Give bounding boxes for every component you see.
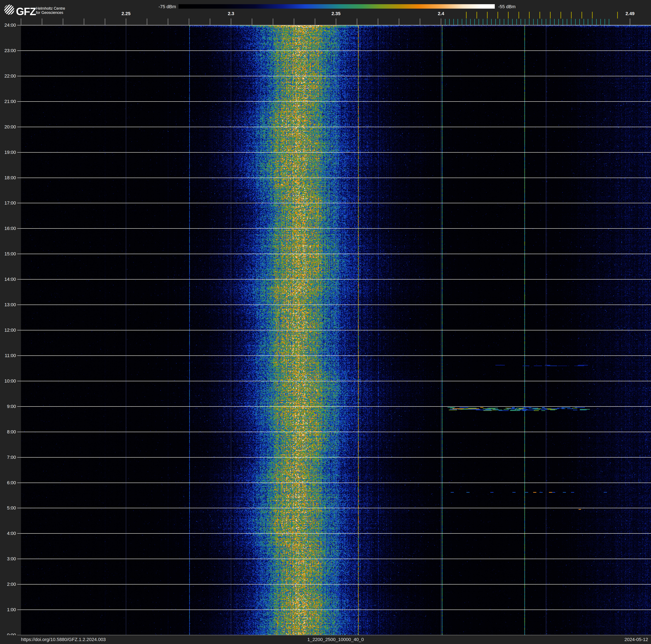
ble-channel-tick	[567, 19, 567, 25]
ble-channel-tick	[609, 19, 609, 25]
freq-minor-tick	[630, 19, 630, 25]
freq-gridline	[441, 25, 441, 635]
time-label: 15:00	[1, 251, 16, 257]
ble-channel-tick	[579, 19, 580, 25]
freq-tick-label: 2.25	[118, 11, 134, 17]
ble-channel-tick	[533, 19, 534, 25]
ble-channel-tick	[546, 19, 546, 25]
time-tick	[17, 228, 21, 229]
ble-channel-tick	[529, 19, 529, 25]
time-tick	[17, 584, 21, 585]
ble-channel-tick	[508, 19, 508, 25]
freq-tick-label: 2.4	[433, 11, 450, 17]
wifi-channel-tick	[487, 12, 488, 19]
time-label: 6:00	[1, 480, 16, 486]
spectrogram-plot	[21, 25, 651, 635]
freq-gridline	[126, 25, 126, 635]
time-label: 14:00	[1, 276, 16, 283]
time-tick	[17, 330, 21, 330]
ble-channel-tick	[466, 19, 466, 25]
wifi-channel-tick	[519, 12, 519, 19]
ble-channel-tick	[449, 19, 450, 25]
ble-channel-tick	[470, 19, 471, 25]
time-tick	[17, 406, 21, 407]
freq-tick-label: 2.35	[328, 11, 344, 17]
ble-channel-tick	[495, 19, 496, 25]
ble-channel-tick	[478, 19, 479, 25]
freq-minor-tick	[168, 19, 168, 25]
ble-channel-tick	[512, 19, 513, 25]
time-label: 3:00	[1, 556, 16, 562]
time-label: 20:00	[1, 124, 16, 130]
ble-channel-tick	[517, 19, 517, 25]
wifi-channel-tick	[476, 12, 477, 19]
wifi-channel-tick	[529, 12, 530, 19]
time-label: 24:00	[1, 22, 16, 28]
ble-channel-tick	[588, 19, 588, 25]
freq-minor-tick	[189, 19, 189, 25]
ble-channel-tick	[596, 19, 597, 25]
ble-channel-tick	[500, 19, 500, 25]
ble-channel-tick	[525, 19, 525, 25]
time-label: 9:00	[1, 403, 16, 410]
freq-minor-tick	[315, 19, 315, 25]
time-label: 13:00	[1, 302, 16, 308]
frequency-axis: 2.252.32.352.42.49	[0, 0, 651, 25]
ble-channel-tick	[592, 19, 592, 25]
freq-minor-tick	[399, 19, 399, 25]
time-tick	[17, 559, 21, 559]
ble-channel-tick	[537, 19, 538, 25]
freq-minor-tick	[273, 19, 273, 25]
time-label: 19:00	[1, 149, 16, 155]
freq-gridline	[231, 25, 231, 635]
doi-link: https://doi.org/10.5880/GFZ.1.2.2024.003	[21, 637, 106, 642]
freq-gridline	[336, 25, 336, 635]
wifi-channel-tick	[466, 12, 467, 19]
ble-channel-tick	[584, 19, 584, 25]
ble-channel-tick	[491, 19, 492, 25]
time-axis: 24:0023:0022:0021:0020:0019:0018:0017:00…	[0, 0, 21, 644]
freq-minor-tick	[294, 19, 294, 25]
time-label: 16:00	[1, 225, 16, 232]
time-tick	[17, 482, 21, 483]
time-tick	[17, 610, 21, 610]
time-label: 7:00	[1, 454, 16, 461]
time-label: 21:00	[1, 98, 16, 105]
time-label: 1:00	[1, 607, 16, 613]
freq-minor-tick	[336, 19, 336, 25]
wifi-channel-tick	[592, 12, 593, 19]
time-tick	[17, 25, 21, 25]
freq-gridline	[546, 25, 546, 635]
wifi-channel-tick	[560, 12, 561, 19]
time-label: 23:00	[1, 48, 16, 54]
time-tick	[17, 304, 21, 305]
freq-minor-tick	[378, 19, 378, 25]
time-tick	[17, 381, 21, 381]
time-label: 22:00	[1, 73, 16, 79]
freq-minor-tick	[105, 19, 105, 25]
time-label: 12:00	[1, 327, 16, 333]
wifi-channel-tick	[508, 12, 508, 19]
wifi-channel-tick	[582, 12, 582, 19]
time-tick	[17, 127, 21, 127]
time-tick	[17, 457, 21, 458]
freq-minor-tick	[420, 19, 420, 25]
date-label: 2024-05-12	[624, 637, 648, 642]
ble-channel-tick	[521, 19, 521, 25]
dataset-title: 1_2200_2500_10000_40_0	[230, 637, 441, 642]
wifi-channel-tick	[550, 12, 551, 19]
plot-gridlines	[21, 25, 651, 635]
freq-minor-tick	[126, 19, 126, 25]
ble-channel-tick	[541, 19, 542, 25]
freq-minor-tick	[84, 19, 84, 25]
time-label: 4:00	[1, 530, 16, 536]
time-tick	[17, 203, 21, 203]
ble-channel-tick	[575, 19, 576, 25]
time-tick	[17, 51, 21, 51]
ble-channel-tick	[563, 19, 563, 25]
ble-channel-tick	[604, 19, 605, 25]
time-label: 2:00	[1, 581, 16, 587]
time-label: 10:00	[1, 378, 16, 384]
ble-channel-tick	[458, 19, 458, 25]
ble-channel-tick	[550, 19, 550, 25]
